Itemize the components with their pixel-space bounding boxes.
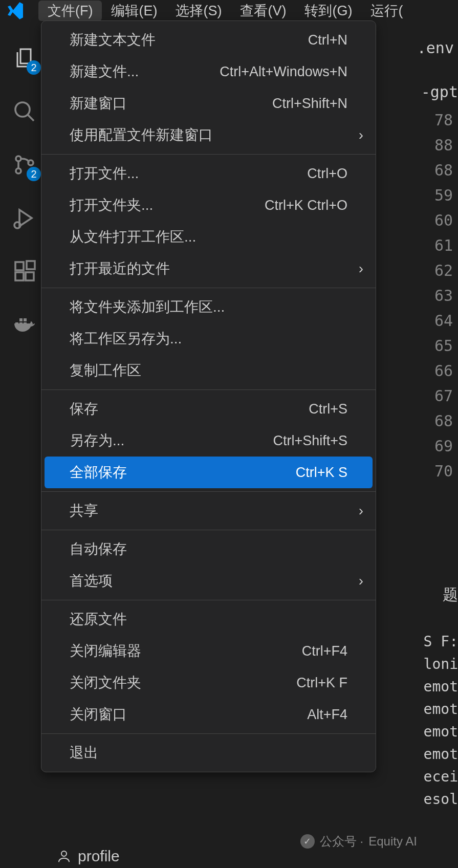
line-number: 63 bbox=[434, 283, 453, 308]
svg-point-2 bbox=[16, 168, 21, 173]
menu-item-label: 复制工作区 bbox=[70, 361, 141, 380]
explorer-icon[interactable]: 2 bbox=[10, 44, 39, 73]
line-number: 64 bbox=[434, 308, 453, 333]
line-number: 68 bbox=[434, 408, 453, 433]
menu-item-label: 将文件夹添加到工作区... bbox=[70, 297, 225, 317]
svg-rect-9 bbox=[27, 261, 35, 269]
menu-item[interactable]: 新建窗口Ctrl+Shift+N bbox=[41, 88, 376, 119]
panel-tab-fragment[interactable]: 题 bbox=[443, 584, 458, 605]
terminal-fragment[interactable]: S F: loni emot emot emot emot ecei esol bbox=[424, 631, 458, 811]
svg-marker-4 bbox=[19, 210, 32, 226]
chevron-right-icon: › bbox=[359, 261, 363, 277]
person-icon bbox=[56, 849, 72, 864]
menu-item[interactable]: 打开文件夹...Ctrl+K Ctrl+O bbox=[41, 189, 376, 221]
svg-point-1 bbox=[16, 156, 21, 161]
menu-item-shortcut: Ctrl+O bbox=[307, 166, 347, 182]
menubar-edit[interactable]: 编辑(E) bbox=[102, 1, 166, 21]
menu-item-label: 关闭编辑器 bbox=[70, 641, 141, 661]
watermark-name: Equity AI bbox=[368, 834, 417, 849]
menu-item-shortcut: Ctrl+N bbox=[308, 32, 347, 48]
editor-tab-fragment[interactable]: .env bbox=[413, 37, 458, 59]
line-number: 62 bbox=[434, 258, 453, 283]
file-menu-dropdown: 新建文本文件Ctrl+N新建文件...Ctrl+Alt+Windows+N新建窗… bbox=[41, 20, 376, 772]
menu-item-shortcut: Ctrl+Alt+Windows+N bbox=[220, 64, 347, 80]
statusbar-label: profile bbox=[78, 848, 120, 865]
menu-item[interactable]: 保存Ctrl+S bbox=[41, 393, 376, 425]
menu-item[interactable]: 新建文件...Ctrl+Alt+Windows+N bbox=[41, 56, 376, 88]
line-number: 61 bbox=[434, 233, 453, 258]
menu-item[interactable]: 从文件打开工作区... bbox=[41, 221, 376, 253]
line-number: 60 bbox=[434, 208, 453, 233]
extensions-icon[interactable] bbox=[10, 257, 39, 286]
menu-item[interactable]: 将文件夹添加到工作区... bbox=[41, 291, 376, 323]
chevron-right-icon: › bbox=[359, 503, 363, 519]
svg-rect-14 bbox=[24, 318, 27, 321]
menu-item[interactable]: 关闭窗口Alt+F4 bbox=[41, 699, 376, 730]
line-number: 59 bbox=[434, 183, 453, 208]
menu-item-shortcut: Ctrl+K F bbox=[296, 675, 347, 691]
menubar-go[interactable]: 转到(G) bbox=[295, 1, 361, 21]
menu-item-label: 将工作区另存为... bbox=[70, 329, 182, 349]
menu-item-label: 保存 bbox=[70, 399, 98, 419]
menu-item-label: 新建文本文件 bbox=[70, 30, 156, 50]
svg-point-5 bbox=[14, 222, 20, 228]
line-number: 88 bbox=[434, 133, 453, 158]
vscode-logo-icon bbox=[5, 1, 26, 21]
line-number: 67 bbox=[434, 383, 453, 408]
menu-item-shortcut: Ctrl+F4 bbox=[302, 643, 347, 659]
menu-item-label: 打开最近的文件 bbox=[70, 259, 170, 278]
menu-item-label: 打开文件... bbox=[70, 164, 139, 183]
menu-item[interactable]: 首选项› bbox=[41, 565, 376, 597]
menu-item-shortcut: Ctrl+Shift+S bbox=[273, 433, 347, 449]
menu-item[interactable]: 退出 bbox=[41, 737, 376, 769]
menu-item-shortcut: Ctrl+Shift+N bbox=[272, 96, 347, 112]
run-debug-icon[interactable] bbox=[10, 204, 39, 232]
code-fragment: -gpt bbox=[421, 83, 458, 101]
line-number: 68 bbox=[434, 158, 453, 183]
menu-item-label: 关闭文件夹 bbox=[70, 673, 141, 692]
docker-icon[interactable] bbox=[10, 310, 39, 339]
menu-item-label: 关闭窗口 bbox=[70, 705, 127, 724]
menu-separator bbox=[41, 288, 376, 288]
menu-item[interactable]: 自动保存 bbox=[41, 533, 376, 565]
line-number: 70 bbox=[434, 459, 453, 484]
line-number: 65 bbox=[434, 333, 453, 358]
menu-item-label: 首选项 bbox=[70, 571, 113, 591]
menu-item[interactable]: 将工作区另存为... bbox=[41, 323, 376, 355]
search-icon[interactable] bbox=[10, 97, 39, 126]
menu-item-label: 另存为... bbox=[70, 431, 124, 450]
menu-item-shortcut: Alt+F4 bbox=[307, 707, 347, 723]
menu-item[interactable]: 全部保存Ctrl+K S bbox=[45, 457, 373, 488]
menu-item-label: 使用配置文件新建窗口 bbox=[70, 125, 213, 145]
menubar-run[interactable]: 运行( bbox=[361, 1, 412, 21]
menu-item[interactable]: 还原文件 bbox=[41, 603, 376, 635]
line-number: 78 bbox=[434, 107, 453, 133]
source-control-icon[interactable]: 2 bbox=[10, 150, 39, 179]
menu-item[interactable]: 另存为...Ctrl+Shift+S bbox=[41, 425, 376, 457]
menu-separator bbox=[41, 530, 376, 530]
menu-item-label: 还原文件 bbox=[70, 610, 127, 629]
menubar: 文件(F) 编辑(E) 选择(S) 查看(V) 转到(G) 运行( bbox=[0, 0, 458, 21]
menu-item-shortcut: Ctrl+K S bbox=[296, 465, 347, 481]
menu-item[interactable]: 新建文本文件Ctrl+N bbox=[41, 24, 376, 56]
svg-rect-7 bbox=[15, 272, 24, 280]
menu-item[interactable]: 关闭文件夹Ctrl+K F bbox=[41, 667, 376, 699]
statusbar-item[interactable]: profile bbox=[56, 848, 120, 865]
menu-item[interactable]: 使用配置文件新建窗口› bbox=[41, 119, 376, 151]
chevron-right-icon: › bbox=[359, 127, 363, 143]
menu-separator bbox=[41, 491, 376, 492]
menu-item-shortcut: Ctrl+K Ctrl+O bbox=[265, 198, 347, 213]
menu-item[interactable]: 打开最近的文件› bbox=[41, 253, 376, 285]
menubar-selection[interactable]: 选择(S) bbox=[166, 1, 231, 21]
explorer-badge: 2 bbox=[27, 60, 41, 75]
line-number: 66 bbox=[434, 358, 453, 383]
chevron-right-icon: › bbox=[359, 573, 363, 589]
menubar-file[interactable]: 文件(F) bbox=[38, 1, 102, 21]
menu-item[interactable]: 复制工作区 bbox=[41, 355, 376, 386]
menu-item-label: 退出 bbox=[70, 743, 98, 763]
menu-item[interactable]: 打开文件...Ctrl+O bbox=[41, 158, 376, 189]
menubar-view[interactable]: 查看(V) bbox=[231, 1, 295, 21]
menu-item[interactable]: 关闭编辑器Ctrl+F4 bbox=[41, 635, 376, 667]
menu-item[interactable]: 共享› bbox=[41, 495, 376, 527]
svg-rect-6 bbox=[15, 262, 24, 270]
